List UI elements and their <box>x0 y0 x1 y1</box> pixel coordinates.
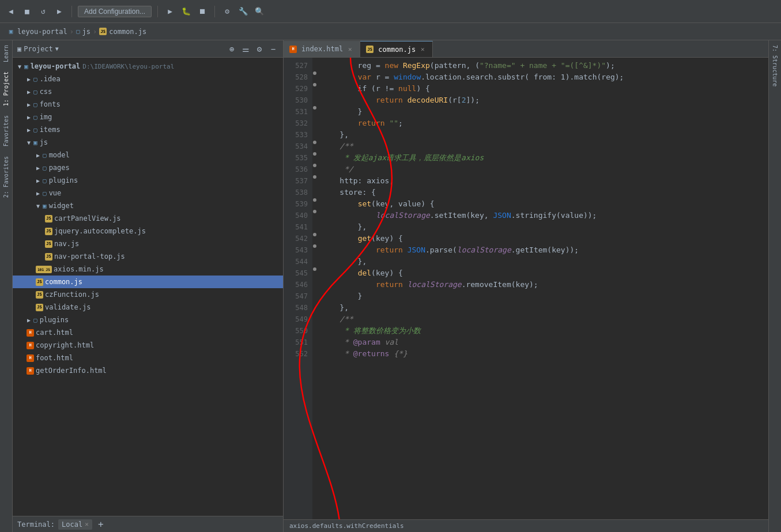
tree-item-widget[interactable]: ▼ ▣ widget <box>13 199 283 212</box>
tree-item-copyright[interactable]: H copyright.html <box>13 339 283 352</box>
tree-item-nav-portal[interactable]: JS nav-portal-top.js <box>13 250 283 263</box>
code-line-544: }, <box>322 256 768 267</box>
vue-folder-icon: ▢ <box>43 190 47 197</box>
tree-item-czfunction[interactable]: JS czFunction.js <box>13 288 283 301</box>
tree-item-getorderinfo[interactable]: H getOrderInfo.html <box>13 364 283 377</box>
widget-arrow: ▼ <box>33 201 43 210</box>
plugins-js-folder-icon: ▢ <box>43 177 47 184</box>
tree-item-js[interactable]: ▼ ▣ js <box>13 136 283 149</box>
code-line-539: set(key, value) { <box>322 198 768 210</box>
back-button[interactable]: ◀ <box>5 5 17 18</box>
gutter-marker-546 <box>313 244 316 248</box>
nav-portal-label: nav-portal-top.js <box>54 252 125 261</box>
tree-item-validate[interactable]: JS validate.js <box>13 301 283 314</box>
tree-item-items[interactable]: ▶ ▢ items <box>13 123 283 136</box>
file-tree: ▼ ▣ leyou-portal D:\IDEAWORK\leyou-porta… <box>13 58 283 516</box>
tree-item-img[interactable]: ▶ ▢ img <box>13 111 283 123</box>
tab-index-label: index.html <box>301 45 343 53</box>
code-line-529: if (r != null) { <box>322 83 768 95</box>
terminal-add-button[interactable]: + <box>96 519 106 530</box>
tree-item-common[interactable]: JS common.js <box>13 276 283 288</box>
project-title: ▣ Project ▼ <box>17 45 59 53</box>
js-label: js <box>40 138 48 146</box>
root-arrow: ▼ <box>15 62 24 71</box>
sidebar-item-structure[interactable]: 7: Structure <box>771 40 779 91</box>
idea-label: .idea <box>40 75 61 83</box>
validate-label: validate.js <box>45 303 90 311</box>
project-add-icon[interactable]: ⊕ <box>227 44 237 54</box>
tree-item-idea[interactable]: ▶ ▢ .idea <box>13 73 283 85</box>
editor-panel: H index.html ✕ JS common.js ✕ 527 528 52… <box>284 40 768 532</box>
root-name: leyou-portal <box>31 62 81 70</box>
code-editor[interactable]: 527 528 529 530 531 532 533 534 535 536 … <box>284 58 768 519</box>
sidebar-item-favorites[interactable]: Favorites <box>2 111 10 151</box>
home-button[interactable]: ■ <box>21 5 33 18</box>
pages-folder-icon: ▢ <box>43 164 47 172</box>
code-content[interactable]: reg = new RegExp(pattern, ("?name=" + na… <box>317 58 768 519</box>
project-settings-icon[interactable]: ⚙ <box>254 44 265 54</box>
tab-common-close[interactable]: ✕ <box>418 46 427 54</box>
tree-item-plugins-js[interactable]: ▶ ▢ plugins <box>13 174 283 187</box>
breadcrumb-js-badge: JS <box>99 28 107 35</box>
settings-button[interactable]: 🔧 <box>237 5 250 18</box>
tree-item-model[interactable]: ▶ ▢ model <box>13 149 283 161</box>
tree-item-cart[interactable]: H cart.html <box>13 326 283 339</box>
tree-item-fonts[interactable]: ▶ ▢ fonts <box>13 98 283 111</box>
build-button[interactable]: ⚙ <box>221 5 233 18</box>
tree-item-axios[interactable]: 101 JS axios.min.js <box>13 263 283 276</box>
tree-item-nav[interactable]: JS nav.js <box>13 237 283 250</box>
tree-item-vue[interactable]: ▶ ▢ vue <box>13 187 283 199</box>
common-label: common.js <box>45 278 82 286</box>
add-config-button[interactable]: Add Configuration... <box>78 6 152 17</box>
tree-item-css[interactable]: ▶ ▢ css <box>13 85 283 98</box>
sidebar-item-favorites-2[interactable]: 2: Favorites <box>2 152 10 202</box>
code-line-550: * 将整数价格变为小数 <box>322 325 768 337</box>
breadcrumb-part-2[interactable]: js <box>82 28 90 36</box>
search-button[interactable]: 🔍 <box>253 5 266 18</box>
gutter <box>312 58 317 519</box>
tab-common-js[interactable]: JS common.js ✕ <box>360 41 433 57</box>
terminal-local-tab[interactable]: Local ✕ <box>58 519 92 530</box>
code-line-531: } <box>322 106 768 118</box>
breadcrumb-sep-2: › <box>93 28 97 36</box>
code-line-537: http: axios, <box>322 175 768 187</box>
tree-root[interactable]: ▼ ▣ leyou-portal D:\IDEAWORK\leyou-porta… <box>13 60 283 73</box>
breadcrumb-part-3[interactable]: common.js <box>109 28 146 36</box>
js-folder-icon: ▣ <box>33 139 37 146</box>
tree-item-pages[interactable]: ▶ ▢ pages <box>13 161 283 174</box>
sidebar-item-learn[interactable]: Learn <box>2 40 10 67</box>
code-line-534: /** <box>322 141 768 152</box>
breadcrumb: ▣ leyou-portal › ▢ js › JS common.js <box>0 23 781 40</box>
sidebar-item-project[interactable]: 1: Project <box>2 67 10 111</box>
run-button[interactable]: ▶ <box>164 5 176 18</box>
items-folder-icon: ▢ <box>33 126 37 134</box>
css-arrow: ▶ <box>24 87 33 96</box>
chevron-down-icon[interactable]: ▼ <box>55 46 59 52</box>
tree-item-cartpanel[interactable]: JS cartPanelView.js <box>13 212 283 225</box>
separator-2 <box>157 6 158 17</box>
project-folder-icon: ▣ <box>17 45 21 53</box>
tree-item-foot[interactable]: H foot.html <box>13 352 283 364</box>
fonts-arrow: ▶ <box>24 100 33 109</box>
nav-button[interactable]: ▶ <box>53 5 66 18</box>
tab-index-html[interactable]: H index.html ✕ <box>284 41 360 57</box>
right-side-tabs: 7: Structure <box>768 40 781 532</box>
gutter-marker-543 <box>313 210 316 213</box>
terminal-tab-close[interactable]: ✕ <box>85 520 89 528</box>
refresh-button[interactable]: ↺ <box>37 5 50 18</box>
code-line-540: localStorage.setItem(key, JSON.stringify… <box>322 210 768 221</box>
debug-button[interactable]: 🐛 <box>180 5 193 18</box>
plugins-root-arrow: ▶ <box>24 315 33 325</box>
tab-index-close[interactable]: ✕ <box>346 45 354 53</box>
stop-button[interactable]: ⏹ <box>196 5 209 18</box>
project-close-icon[interactable]: − <box>268 44 278 54</box>
breadcrumb-part-1[interactable]: leyou-portal <box>17 28 67 36</box>
code-line-532: return ""; <box>322 118 768 129</box>
tree-item-plugins-root[interactable]: ▶ ▢ plugins <box>13 314 283 326</box>
model-arrow: ▶ <box>33 150 43 160</box>
jquery-label: jquery.autocomplete.js <box>54 227 146 235</box>
project-filter-icon[interactable]: ⚌ <box>240 44 251 54</box>
plugins-js-arrow: ▶ <box>33 176 43 185</box>
tree-item-jquery-autocomplete[interactable]: JS jquery.autocomplete.js <box>13 225 283 237</box>
code-line-551: * @param val <box>322 337 768 348</box>
